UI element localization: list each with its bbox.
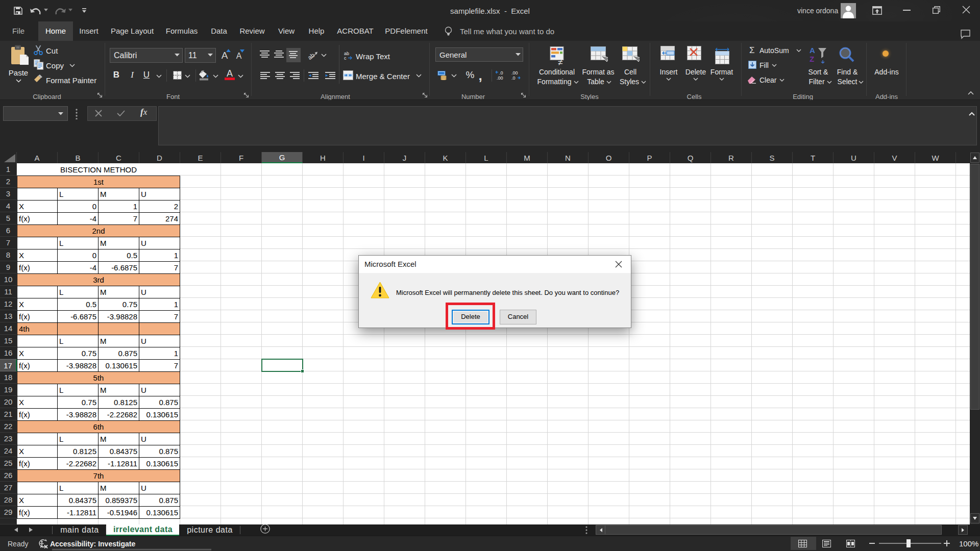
svg-text:ab: ab	[307, 52, 316, 61]
svg-text:≠: ≠	[558, 58, 562, 65]
svg-text:.0: .0	[511, 76, 516, 80]
svg-text:Z: Z	[810, 55, 814, 63]
svg-text:.00: .00	[497, 76, 503, 80]
svg-text:.00: .00	[511, 70, 518, 76]
svg-text:.0: .0	[499, 70, 503, 76]
svg-text:c: c	[344, 56, 347, 60]
svg-text:A: A	[810, 46, 815, 55]
